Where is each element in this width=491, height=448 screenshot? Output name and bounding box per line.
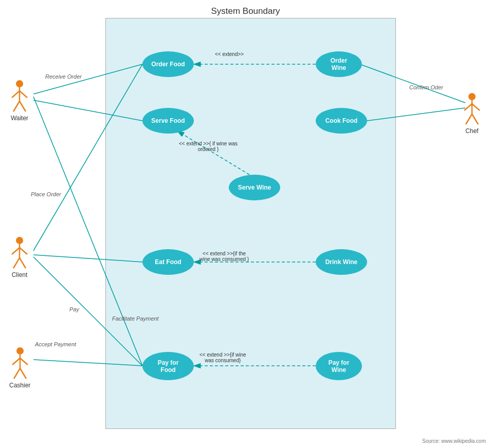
extend-label-2: << extend >>{ if wine wasordered } <box>179 141 238 152</box>
svg-line-36 <box>14 368 20 379</box>
svg-line-28 <box>12 248 20 254</box>
receive-order-label: Receive Order <box>45 73 82 80</box>
svg-point-20 <box>468 93 476 100</box>
usecase-order-wine: OrderWine <box>316 51 362 77</box>
actor-waiter: Waiter <box>9 80 30 122</box>
canvas: System Boundary <box>0 0 491 448</box>
actor-client: Client <box>9 236 30 278</box>
svg-line-22 <box>464 104 472 110</box>
usecase-serve-food: Serve Food <box>142 108 194 134</box>
svg-line-35 <box>20 358 28 365</box>
actor-cashier: Cashier <box>9 347 30 389</box>
diagram-title: System Boundary <box>0 6 491 16</box>
usecase-cook-food: Cook Food <box>316 108 367 134</box>
svg-line-16 <box>12 91 20 98</box>
usecase-eat-food: Eat Food <box>142 249 194 275</box>
svg-line-31 <box>20 258 26 268</box>
waiter-label: Waiter <box>11 115 28 122</box>
facilitate-payment-label: Facilitate Payment <box>112 315 158 322</box>
svg-point-14 <box>16 80 23 87</box>
svg-line-30 <box>13 258 20 268</box>
confirm-order-label: Confirm Oder <box>409 84 443 90</box>
client-label: Client <box>12 271 28 278</box>
svg-line-25 <box>472 114 478 124</box>
usecase-serve-wine: Serve Wine <box>229 175 280 200</box>
svg-line-29 <box>20 248 27 254</box>
extend-label-3: << extend >>{if thewine was consumed } <box>199 251 249 262</box>
chef-label: Chef <box>465 127 478 135</box>
usecase-pay-wine: Pay forWine <box>316 352 362 380</box>
svg-line-19 <box>20 101 26 111</box>
svg-line-34 <box>12 358 20 365</box>
svg-point-26 <box>16 237 23 244</box>
svg-line-18 <box>13 101 20 111</box>
usecase-pay-food: Pay forFood <box>142 352 194 380</box>
extend-label-4: << extend >>{if winewas consumed} <box>199 352 246 363</box>
source-label: Source: www.wikipedia.com <box>422 438 486 444</box>
svg-line-24 <box>466 114 472 124</box>
pay-label: Pay <box>69 306 79 312</box>
cashier-label: Cashier <box>9 382 30 389</box>
svg-line-23 <box>472 104 480 110</box>
actor-chef: Chef <box>462 92 482 135</box>
usecase-order-food: Order Food <box>142 51 194 77</box>
svg-point-32 <box>16 347 24 354</box>
usecase-drink-wine: Drink Wine <box>316 249 367 275</box>
svg-line-37 <box>20 368 26 379</box>
accept-payment-label: Accept Payment <box>35 341 76 347</box>
place-order-label: Place Order <box>31 191 61 197</box>
svg-line-17 <box>20 91 27 98</box>
extend-label-1: << extend>> <box>215 51 244 57</box>
